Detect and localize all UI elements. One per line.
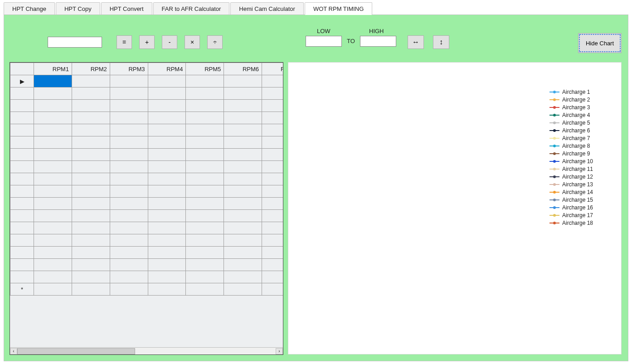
row-header[interactable] [10,87,34,100]
tab-hpt-convert[interactable]: HPT Convert [101,2,152,15]
row-header[interactable] [10,124,34,136]
grid-cell[interactable] [224,259,262,271]
grid-cell[interactable] [148,259,186,271]
grid-cell[interactable] [110,247,148,259]
legend-item[interactable]: Aircharge 9 [549,150,615,157]
grid-cell[interactable] [72,173,110,185]
grid-cell[interactable] [224,271,262,283]
scrollbar-track[interactable] [17,348,276,354]
grid-cell[interactable] [224,75,262,87]
add-button[interactable]: + [139,35,155,49]
grid-cell[interactable] [110,75,148,87]
grid-cell[interactable] [224,247,262,259]
table-row[interactable] [10,222,283,234]
subtract-button[interactable]: - [162,35,177,49]
grid-cell[interactable] [186,87,224,100]
grid-cell[interactable] [186,247,224,259]
grid-cell[interactable] [148,87,186,100]
grid-cell[interactable] [34,124,72,136]
grid-cell[interactable] [148,283,186,296]
tab-hpt-change[interactable]: HPT Change [4,2,55,15]
grid-cell[interactable] [148,173,186,185]
row-header[interactable] [10,271,34,283]
grid-cell[interactable] [262,100,283,112]
row-header[interactable] [10,185,34,198]
legend-item[interactable]: Aircharge 13 [549,180,615,188]
grid-cell[interactable] [110,283,148,296]
divide-button[interactable]: ÷ [207,35,223,49]
grid-cell[interactable] [186,100,224,112]
legend-item[interactable]: Aircharge 3 [549,103,615,111]
grid-cell[interactable] [34,283,72,296]
grid-cell[interactable] [262,198,283,210]
grid-cell[interactable] [186,271,224,283]
column-header-rpm2[interactable]: RPM2 [72,63,110,75]
grid-cell[interactable] [110,173,148,185]
legend-item[interactable]: Aircharge 11 [549,165,615,173]
grid-cell[interactable] [186,185,224,198]
grid-cell[interactable] [72,149,110,161]
legend-item[interactable]: Aircharge 15 [549,196,615,204]
grid-cell[interactable] [34,271,72,283]
grid-cell[interactable] [110,87,148,100]
table-row[interactable] [10,124,283,136]
grid-cell[interactable] [72,222,110,234]
grid-cell[interactable] [224,136,262,149]
row-header[interactable] [10,136,34,149]
table-row[interactable]: ▶ [10,75,283,87]
grid-cell[interactable] [72,198,110,210]
grid-cell[interactable] [72,247,110,259]
table-row[interactable] [10,210,283,222]
table-row[interactable] [10,112,283,124]
grid-cell[interactable] [262,149,283,161]
scrollbar-thumb[interactable] [17,348,135,354]
row-header[interactable] [10,234,34,247]
grid-cell[interactable] [72,259,110,271]
table-row-new[interactable]: * [10,283,283,296]
grid-cell[interactable] [110,198,148,210]
grid-cell[interactable] [72,75,110,87]
grid-cell[interactable] [148,247,186,259]
row-header[interactable]: ▶ [10,75,34,87]
grid-cell[interactable] [262,259,283,271]
row-header[interactable] [10,259,34,271]
table-row[interactable] [10,198,283,210]
table-row[interactable] [10,185,283,198]
grid-cell[interactable] [262,75,283,87]
grid-cell[interactable] [224,112,262,124]
grid-cell[interactable] [186,259,224,271]
scroll-left-icon[interactable]: ‹ [10,348,17,354]
grid-cell[interactable] [34,173,72,185]
grid-cell[interactable] [148,149,186,161]
scroll-right-icon[interactable]: › [276,348,283,354]
grid-cell[interactable] [72,124,110,136]
grid-cell[interactable] [186,112,224,124]
grid-cell[interactable] [110,161,148,173]
grid-cell[interactable] [148,234,186,247]
grid-cell[interactable] [34,222,72,234]
legend-item[interactable]: Aircharge 16 [549,204,615,211]
grid-cell[interactable] [148,185,186,198]
grid-cell[interactable] [110,271,148,283]
value-input[interactable] [48,37,102,48]
grid-cell[interactable] [148,222,186,234]
legend-item[interactable]: Aircharge 18 [549,219,615,227]
grid-cell[interactable] [224,234,262,247]
grid-cell[interactable] [34,185,72,198]
row-header[interactable] [10,149,34,161]
table-row[interactable] [10,161,283,173]
grid-cell[interactable] [224,173,262,185]
grid-cell[interactable] [262,283,283,296]
grid-cell[interactable] [72,87,110,100]
tab-hemi-cam-calculator[interactable]: Hemi Cam Calculator [230,2,304,15]
grid-cell[interactable] [110,124,148,136]
table-row[interactable] [10,149,283,161]
grid-cell[interactable] [224,161,262,173]
grid-cell[interactable] [186,124,224,136]
grid-cell[interactable] [262,173,283,185]
tab-wot-rpm-timing[interactable]: WOT RPM TIMING [305,2,372,15]
grid-cell[interactable] [72,283,110,296]
grid-cell[interactable] [148,100,186,112]
grid-cell[interactable] [148,112,186,124]
table-row[interactable] [10,87,283,100]
